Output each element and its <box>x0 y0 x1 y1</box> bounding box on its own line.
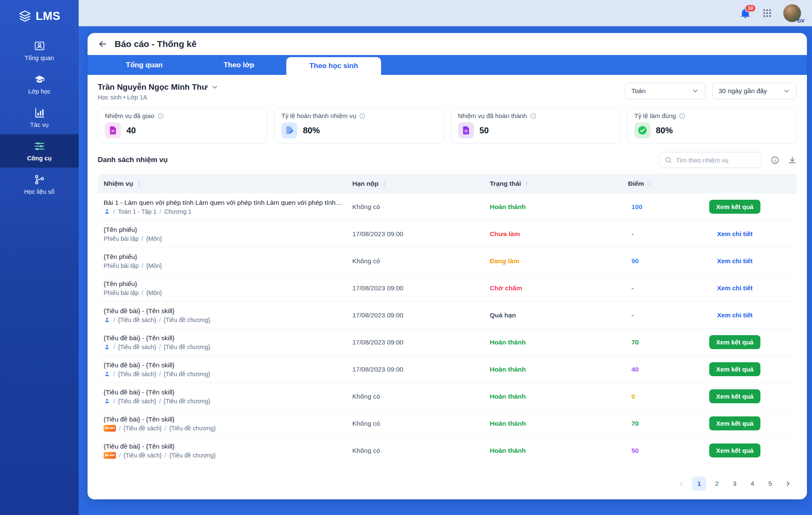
score-cell: 70 <box>628 420 679 427</box>
slash-separator: / <box>119 425 121 432</box>
task-subtitle: /{Tiêu đề sách}/{Tiêu đề chương} <box>104 398 344 405</box>
view-detail-link[interactable]: Xem chi tiết <box>717 284 752 292</box>
score-value: 40 <box>631 366 639 373</box>
filter-selects: Toán 30 ngày gần đây <box>625 83 797 99</box>
sidebar-nav: Tổng quanLớp họcTác vụCông cụHọc liệu số <box>0 34 79 201</box>
apps-menu-button[interactable] <box>762 8 772 18</box>
tab-tong-quan[interactable]: Tổng quan <box>97 55 192 75</box>
table-row: {Tiêu đề bài} - {Tên skill}/{Tiêu đề sác… <box>98 383 797 410</box>
due-date-cell: 17/08/2023 09:00 <box>352 311 490 319</box>
task-subtitle: đề bài/{Tiêu đề sách}/{Tiêu đề chương} <box>104 425 344 432</box>
sidebar-item-tasks[interactable]: Tác vụ <box>0 101 79 134</box>
due-date-cell: 17/08/2023 09:00 <box>352 366 490 373</box>
task-title: {Tên phiếu} <box>104 253 344 261</box>
next-page-button[interactable] <box>781 476 795 491</box>
view-result-button[interactable]: Xem kết quả <box>709 389 760 403</box>
notifications-button[interactable]: 10 <box>740 8 751 19</box>
download-icon <box>788 156 797 165</box>
list-info-button[interactable] <box>771 156 779 165</box>
page-2[interactable]: 2 <box>710 476 724 491</box>
task-subtitle-part: {Tiêu đề chương} <box>164 371 210 377</box>
table-row: {Tiêu đề bài} - {Tên skill}đề bài/{Tiêu … <box>98 410 797 437</box>
sidebar-item-tools[interactable]: Công cụ <box>0 134 79 168</box>
task-cell: {Tên phiếu}Phiếu bài tập/{Môn} <box>104 280 352 296</box>
slash-separator: / <box>165 452 166 459</box>
tab-theo-hoc-sinh[interactable]: Theo học sinh <box>286 57 381 75</box>
info-icon[interactable] <box>157 113 164 119</box>
slash-separator: / <box>142 262 143 269</box>
slash-separator: / <box>142 289 143 296</box>
score-value: 0 <box>631 393 635 400</box>
view-detail-link[interactable]: Xem chi tiết <box>717 257 752 264</box>
score-cell: 50 <box>628 447 679 454</box>
back-button[interactable] <box>98 39 108 49</box>
column-label: Trạng thái <box>490 180 521 187</box>
task-subtitle: /{Tiêu đề sách}/{Tiêu đề chương} <box>104 344 344 350</box>
previous-page-button[interactable] <box>674 476 689 491</box>
status-label: Hoàn thành <box>490 366 526 373</box>
column-header-2[interactable]: Trạng thái <box>490 180 628 187</box>
view-result-button[interactable]: Xem kết quả <box>709 362 760 376</box>
status-label: Quá hạn <box>490 311 516 319</box>
sidebar-item-digital[interactable]: Học liệu số <box>0 168 79 201</box>
search-input[interactable] <box>659 152 762 168</box>
layers-logo-icon <box>18 9 32 23</box>
view-detail-link[interactable]: Xem chi tiết <box>717 230 752 237</box>
page-4[interactable]: 4 <box>745 476 760 491</box>
slash-separator: / <box>159 344 161 350</box>
sort-icon <box>381 181 387 187</box>
info-icon[interactable] <box>530 113 537 119</box>
status-label: Hoàn thành <box>490 393 526 400</box>
status-label: Hoàn thành <box>490 447 526 454</box>
view-result-button[interactable]: Xem kết quả <box>709 416 760 430</box>
student-selector[interactable]: Trần Nguyễn Ngọc Minh Thư <box>98 83 219 92</box>
task-subtitle: Phiếu bài tập/{Môn} <box>104 262 344 269</box>
slash-separator: / <box>113 398 115 405</box>
task-subtitle: Phiếu bài tập/{Môn} <box>104 289 344 296</box>
view-result-button[interactable]: Xem kết quả <box>709 335 760 349</box>
action-cell: Xem kết quả <box>679 416 791 430</box>
score-cell: 100 <box>628 203 679 211</box>
view-result-button[interactable]: Xem kết quả <box>709 200 760 214</box>
due-date-cell: Không có <box>352 203 490 211</box>
doc-edit-icon <box>281 122 297 138</box>
topbar: 10 GV <box>79 0 812 26</box>
chevron-down-icon <box>691 87 699 95</box>
download-button[interactable] <box>788 156 797 165</box>
sidebar-item-overview[interactable]: Tổng quan <box>0 34 79 67</box>
column-header-3[interactable]: Điểm <box>628 180 679 187</box>
page-3[interactable]: 3 <box>727 476 742 491</box>
person-icon <box>104 317 110 323</box>
slash-separator: / <box>119 452 121 459</box>
stat-value: 50 <box>480 126 489 135</box>
page-5[interactable]: 5 <box>763 476 777 491</box>
action-cell: Xem chi tiết <box>679 230 791 237</box>
student-name: Trần Nguyễn Ngọc Minh Thư <box>98 83 208 92</box>
info-icon[interactable] <box>679 113 686 119</box>
column-header-1[interactable]: Hạn nộp <box>352 180 490 187</box>
task-title: {Tiêu đề bài} - {Tên skill} <box>104 361 344 369</box>
tab-theo-lop[interactable]: Theo lớp <box>192 55 286 75</box>
sidebar-item-classes[interactable]: Lớp học <box>0 67 79 101</box>
table-row: {Tên phiếu}Phiếu bài tập/{Môn}Không cóĐa… <box>98 248 797 275</box>
person-icon <box>104 344 110 350</box>
column-header-0[interactable]: Nhiệm vụ <box>104 180 352 187</box>
action-cell: Xem kết quả <box>679 335 791 349</box>
action-cell: Xem kết quả <box>679 389 791 403</box>
page-title: Báo cáo - Thống kê <box>115 39 197 49</box>
task-cell: {Tiêu đề bài} - {Tên skill}đề bài/{Tiêu … <box>104 416 352 432</box>
info-icon[interactable] <box>359 113 366 119</box>
score-value: 50 <box>631 447 639 454</box>
due-date-cell: Không có <box>352 257 490 265</box>
stat-card: Tỷ lệ làm đúng80% <box>627 107 797 143</box>
app-logo[interactable]: LMS <box>0 0 79 34</box>
subject-select[interactable]: Toán <box>625 83 705 99</box>
table-row: Bài 1 - Làm quen với phép tính Làm quen … <box>98 193 797 220</box>
view-result-button[interactable]: Xem kết quả <box>709 443 760 457</box>
page-1[interactable]: 1 <box>692 476 706 491</box>
date-range-select[interactable]: 30 ngày gần đây <box>712 83 797 99</box>
task-title: {Tên phiếu} <box>104 280 344 288</box>
user-avatar[interactable]: GV <box>783 4 801 22</box>
view-detail-link[interactable]: Xem chi tiết <box>717 311 752 319</box>
sidebar-item-label: Tác vụ <box>30 121 49 128</box>
